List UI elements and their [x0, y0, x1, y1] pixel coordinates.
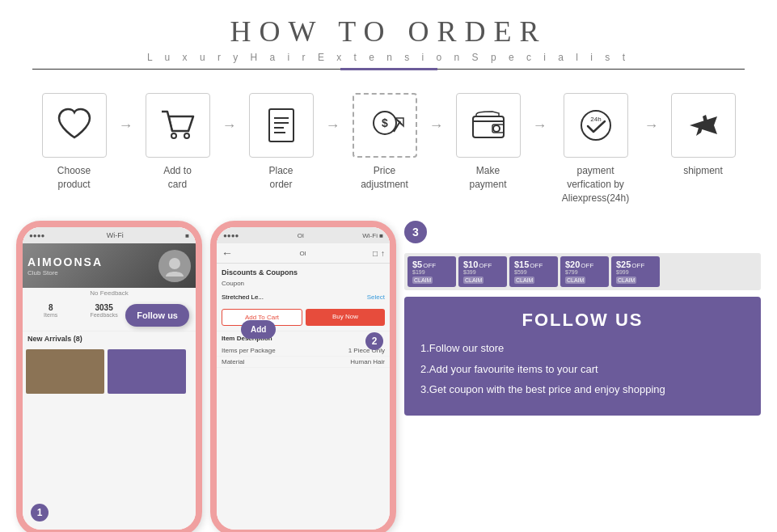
- page-title: HOW TO ORDER: [0, 15, 777, 49]
- step-1: Chooseproduct: [30, 93, 119, 192]
- page-subtitle: L u x u r y H a i r E x t e n s i o n S …: [0, 52, 777, 63]
- step-4-icon-box: $: [353, 93, 417, 158]
- store-subtitle: Club Store: [27, 269, 103, 277]
- material-val: Human Hair: [350, 358, 385, 365]
- phone-2-screen: ●●●●OlWi-Fi ■ ← Ol □ ↑ Discounts & Coupo…: [217, 227, 390, 530]
- arrow-5: →: [533, 93, 547, 134]
- svg-point-0: [171, 133, 176, 138]
- phone-1-screen: ●●●●Wi-Fi■ AIMOONSA Club Store No Feedba…: [23, 227, 196, 530]
- plane-icon: [683, 105, 724, 146]
- arrow-4: →: [429, 93, 444, 134]
- step-3: Placeorder: [237, 93, 326, 192]
- stretched-row: Stretched Le... Select: [217, 293, 390, 301]
- svg-point-1: [184, 133, 189, 138]
- coupon-5: $25 OFF $999 CLAIM: [611, 256, 660, 287]
- step-5-icon-box: [456, 93, 521, 158]
- follow-us-bubble: Follow us: [125, 304, 189, 327]
- store-avatar-icon: [163, 254, 187, 278]
- arrow-1: →: [119, 93, 133, 134]
- coupon-2: $10 OFF $399 CLAIM: [458, 256, 507, 287]
- coupons-section: Discounts & Coupons Coupon: [217, 264, 390, 293]
- step-5-label: Makepayment: [469, 164, 506, 192]
- new-arrivals-label: New Arrivals (8): [23, 331, 196, 346]
- select-link: Select: [367, 293, 385, 301]
- step-1-icon-box: [42, 93, 107, 158]
- phone-2: ●●●●OlWi-Fi ■ ← Ol □ ↑ Discounts & Coupo…: [210, 221, 396, 532]
- phone2-nav: ← Ol □ ↑: [217, 243, 390, 264]
- step-2: Add tocard: [133, 93, 222, 192]
- product-grid: [23, 346, 196, 397]
- step-6-icon-box: 24h: [564, 93, 628, 158]
- cart-icon: [158, 105, 198, 146]
- step-6: 24h paymentverfication byAliexpress(24h): [547, 93, 644, 205]
- svg-point-14: [493, 125, 500, 132]
- items-per-package-key: Items per Package: [222, 347, 276, 354]
- step-2-label: Add tocard: [163, 164, 192, 192]
- add-button-bubble[interactable]: Add: [241, 320, 276, 339]
- phone-1: ●●●●Wi-Fi■ AIMOONSA Club Store No Feedba…: [16, 221, 202, 532]
- coupon-banner: $5 OFF $199 CLAIM $10 OFF $399 CLAIM $15…: [404, 253, 761, 290]
- step-3-label: Placeorder: [268, 164, 293, 192]
- steps-row: Chooseproduct → Add tocard →: [0, 77, 777, 213]
- svg-text:24h: 24h: [590, 116, 601, 123]
- svg-text:$: $: [382, 116, 388, 129]
- phone-2-status-bar: ●●●●OlWi-Fi ■: [217, 227, 390, 243]
- coupon-row: Coupon: [222, 280, 385, 287]
- right-panel: 3 $5 OFF $199 CLAIM $10 OFF $399 CLAIM: [404, 221, 761, 532]
- svg-rect-3: [269, 109, 293, 141]
- material-key: Material: [222, 358, 244, 365]
- step-7-icon-box: [671, 93, 736, 158]
- svg-point-18: [169, 258, 180, 269]
- product-thumb-1: [26, 349, 104, 394]
- coupon-1: $5 OFF $199 CLAIM: [408, 256, 456, 287]
- heart-icon: [54, 105, 95, 146]
- store-name: AIMOONSA: [27, 255, 103, 268]
- step-6-label: paymentverfication byAliexpress(24h): [562, 164, 629, 205]
- arrow-6: →: [644, 93, 659, 134]
- bottom-section: ●●●●Wi-Fi■ AIMOONSA Club Store No Feedba…: [0, 213, 777, 532]
- price-tag-icon: $: [365, 105, 405, 146]
- coupon-label: Coupon: [222, 280, 244, 287]
- no-feedback: No Feedback: [23, 288, 196, 298]
- phone-1-step-number: 1: [31, 504, 49, 521]
- feedbacks-count: 3035 Feedbacks: [90, 303, 117, 326]
- follow-us-panel: FOLLOW US 1.Follow our store 2.Add your …: [404, 297, 761, 416]
- coupon-4: $20 OFF $799 CLAIM: [560, 256, 609, 287]
- step-1-label: Chooseproduct: [57, 164, 91, 192]
- document-icon: [261, 105, 302, 146]
- page-header: HOW TO ORDER L u x u r y H a i r E x t e…: [0, 0, 777, 77]
- step3-row: 3: [404, 221, 761, 243]
- phone-1-status-bar: ●●●●Wi-Fi■: [23, 227, 196, 243]
- phone-1-store-header: AIMOONSA Club Store: [23, 243, 196, 288]
- stretched-label: Stretched Le...: [222, 293, 264, 301]
- material-row: Material Human Hair: [217, 357, 390, 368]
- follow-item-3: 3.Get coupon with the best price and enj…: [420, 382, 745, 398]
- step-7-label: shipment: [683, 164, 723, 178]
- wallet-icon: [468, 105, 509, 146]
- header-divider: [32, 68, 745, 70]
- arrow-3: →: [326, 93, 340, 134]
- step3-number: 3: [404, 221, 427, 243]
- step-7: shipment: [659, 93, 748, 178]
- product-thumb-2: [108, 349, 186, 394]
- step-2-icon-box: [146, 93, 210, 158]
- buy-now-btn[interactable]: Buy Now: [306, 309, 385, 326]
- coupons-title: Discounts & Coupons: [222, 268, 385, 277]
- follow-item-1: 1.Follow our store: [420, 340, 745, 357]
- step-4-label: Priceadjustment: [361, 164, 408, 192]
- step-5: Makepayment: [444, 93, 533, 192]
- coupon-3: $15 OFF $599 CLAIM: [509, 256, 558, 287]
- follow-item-2: 2.Add your favourite items to your cart: [420, 361, 745, 378]
- items-per-package-row: Items per Package 1 Piece Only: [217, 345, 390, 357]
- clock-check-icon: 24h: [576, 105, 616, 146]
- step-4: $ Priceadjustment: [340, 93, 429, 192]
- items-count: 8 Items: [44, 303, 57, 326]
- follow-us-title: FOLLOW US: [420, 310, 745, 331]
- arrow-2: →: [222, 93, 237, 134]
- step-3-icon-box: [249, 93, 314, 158]
